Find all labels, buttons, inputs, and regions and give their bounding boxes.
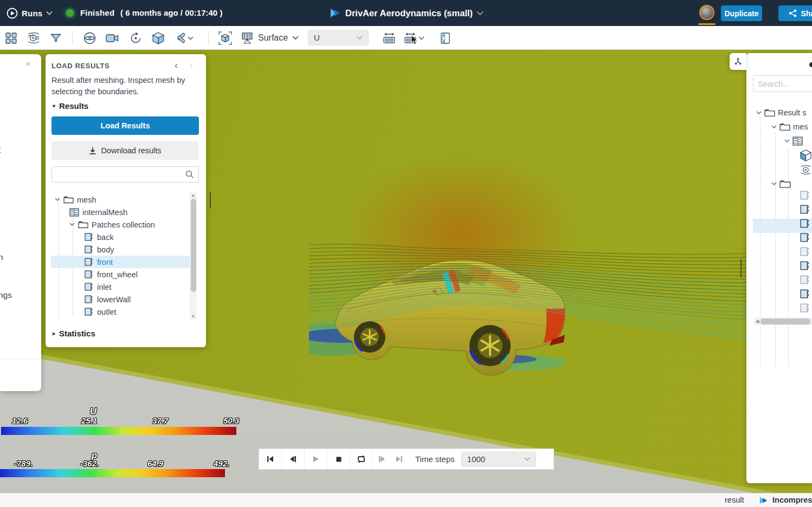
patch-row[interactable] — [800, 233, 811, 243]
skip-to-start-button[interactable] — [259, 449, 282, 469]
scroll-up-arrow[interactable]: ▲ — [190, 193, 197, 198]
tree-row-inlet[interactable]: inlet — [85, 281, 112, 293]
tree-row-lowerwall[interactable]: lowerWall — [85, 293, 131, 306]
duplicate-button[interactable]: Duplicate — [721, 5, 762, 21]
tree-row-patches-collection[interactable]: Patches collection — [69, 218, 155, 231]
folder-icon — [779, 179, 791, 188]
tree-row-clip-cube[interactable] — [800, 150, 811, 161]
selected-row-highlight — [51, 256, 191, 268]
collapse-panel-button[interactable]: « — [26, 58, 30, 68]
tree-row-patches-collection[interactable] — [771, 178, 791, 190]
skip-to-end-button[interactable] — [390, 449, 408, 469]
legend-bar-button[interactable] — [381, 30, 397, 46]
avatar[interactable] — [699, 5, 714, 20]
rotate-view-button[interactable] — [127, 30, 144, 46]
app-logo-icon — [759, 496, 769, 505]
panel-icon-cropped[interactable] — [809, 62, 812, 67]
tree-row-result-sets[interactable]: Result s — [756, 107, 806, 119]
nav-item-cropped[interactable]: n — [0, 252, 3, 262]
prev-step-button[interactable]: ‹ — [175, 60, 178, 71]
patch-row[interactable] — [800, 275, 811, 285]
tree-row-front-wheel[interactable]: front_wheel — [85, 268, 138, 281]
patch-row-selected[interactable] — [800, 219, 811, 229]
scene-search-input[interactable] — [753, 75, 812, 92]
patch-icon — [800, 303, 810, 313]
tree-row-mesh[interactable]: mesh — [55, 193, 96, 206]
field-select[interactable]: U — [308, 30, 369, 46]
filter-button[interactable] — [48, 30, 64, 46]
tree-row-internalmesh[interactable]: internalMesh — [69, 206, 127, 218]
step-forward-button[interactable] — [373, 449, 390, 469]
stop-button[interactable] — [327, 449, 350, 469]
rear-wheel — [469, 325, 511, 366]
next-step-button[interactable]: › — [190, 60, 193, 71]
nav-item-cropped[interactable]: t — [0, 145, 1, 155]
clip-tools-button[interactable] — [172, 30, 195, 46]
tree-row-body[interactable]: body — [85, 243, 114, 256]
chevron-down-icon — [357, 36, 363, 40]
legend-tick: 64.9 — [147, 459, 163, 468]
stop-icon — [336, 456, 342, 463]
volume-mesh-icon — [792, 136, 803, 146]
load-results-button[interactable]: Load Results — [51, 116, 199, 135]
runs-menu-button[interactable]: Runs — [7, 0, 53, 26]
camera-button[interactable] — [104, 30, 120, 46]
scrollbar-thumb[interactable] — [191, 199, 196, 292]
play-button[interactable] — [305, 449, 327, 469]
folder-icon — [63, 196, 74, 204]
solver-label: Incompress — [772, 496, 812, 504]
patch-row[interactable] — [800, 303, 811, 313]
nav-item-cropped[interactable]: ngs — [0, 290, 12, 300]
horizontal-scrollbar[interactable]: ◀ — [754, 317, 812, 325]
clip-icon — [173, 31, 186, 44]
time-step-select[interactable]: 1000 — [461, 452, 536, 467]
folder-icon — [78, 220, 88, 229]
field-visibility-button[interactable] — [25, 30, 42, 46]
patch-row[interactable] — [800, 289, 811, 299]
scene-tree-panel: Result s mes ◀ — [746, 53, 812, 483]
patch-row[interactable] — [800, 261, 811, 271]
patch-icon — [800, 247, 810, 256]
tree-row-back[interactable]: back — [85, 231, 114, 243]
patch-icon — [85, 233, 94, 241]
download-results-button[interactable]: Download results — [51, 141, 199, 160]
fit-view-button[interactable] — [217, 30, 233, 46]
viewport-marker — [740, 259, 742, 277]
surface-mesh-icon — [241, 31, 254, 45]
layout-grid-button[interactable] — [3, 30, 19, 46]
project-title-dropdown[interactable]: DrivAer Aerodynamics (small) — [330, 0, 484, 26]
tree-row-outlet[interactable]: outlet — [85, 306, 116, 318]
patch-row[interactable] — [800, 247, 811, 257]
scrollbar-thumb[interactable] — [761, 318, 810, 324]
surface-mode-dropdown[interactable]: Surface — [241, 30, 299, 46]
loop-button[interactable] — [350, 449, 373, 469]
tree-row-front[interactable]: front — [85, 256, 113, 268]
scroll-down-arrow[interactable]: ▼ — [190, 314, 197, 319]
cube-view-button[interactable] — [150, 30, 166, 46]
panel-layout-button[interactable] — [437, 30, 453, 46]
tree-scrollbar[interactable]: ▲ ▼ — [190, 192, 197, 320]
scene-tree-tab[interactable] — [730, 53, 746, 70]
tree-row-mesh[interactable]: mes — [771, 121, 808, 133]
patch-row[interactable] — [800, 191, 811, 200]
avatar-underline — [698, 23, 716, 25]
scroll-left-arrow[interactable]: ◀ — [754, 318, 761, 324]
orbit-view-button[interactable] — [81, 30, 98, 46]
step-back-button[interactable] — [282, 449, 305, 469]
tree-search-input[interactable] — [51, 166, 199, 183]
patch-icon — [800, 219, 810, 228]
results-section-toggle[interactable]: ▾ Results — [53, 101, 88, 110]
cube-clip-icon — [800, 150, 811, 161]
skip-to-start-icon — [267, 456, 274, 463]
top-bar: Runs Finished ( 6 months ago / 00:17:40 … — [0, 0, 812, 26]
tree-row-internalmesh[interactable] — [784, 135, 803, 147]
colorbar-p — [0, 469, 225, 477]
share-button[interactable]: Shar — [778, 5, 812, 21]
statistics-section-toggle[interactable]: ▸ Statistics — [53, 329, 95, 338]
loop-icon — [357, 455, 366, 463]
patch-row[interactable] — [800, 205, 811, 214]
tree-row-streamlines[interactable] — [800, 164, 811, 176]
front-wheel — [354, 321, 385, 353]
patch-icon — [85, 295, 94, 303]
patch-icon — [800, 233, 810, 242]
